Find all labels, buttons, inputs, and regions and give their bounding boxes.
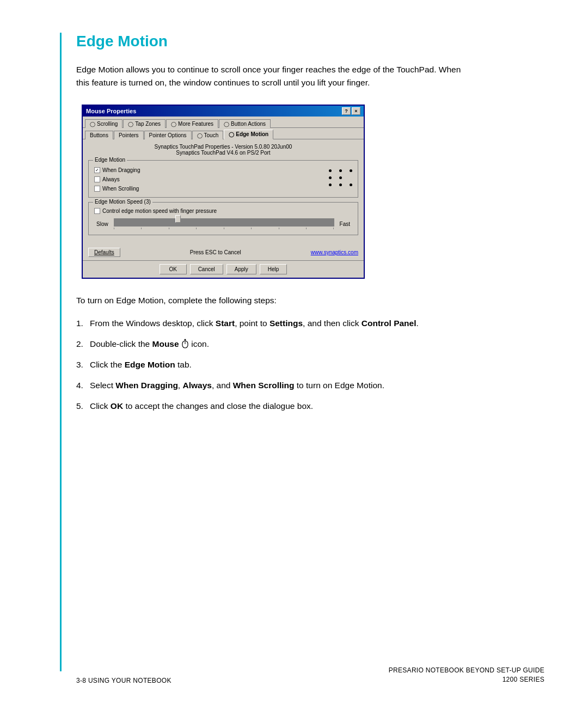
tab-touch[interactable]: ◯ Touch (192, 131, 224, 139)
step-3-num: 3. (76, 358, 83, 371)
slider-ticks (112, 228, 336, 229)
tap-zones-tab-icon: ◯ (128, 121, 133, 127)
dot-1-1 (329, 169, 332, 172)
tick-3 (169, 228, 169, 229)
tick-4 (196, 228, 197, 229)
footer-series: 1200 Series (389, 675, 544, 684)
help-title-button[interactable]: ? (342, 107, 351, 115)
close-title-button[interactable]: × (352, 107, 360, 115)
edge-motion-tab-icon: ◯ (229, 132, 234, 137)
scrolling-tab-icon: ◯ (90, 121, 95, 127)
apply-button[interactable]: Apply (226, 264, 256, 274)
dot-3-1 (329, 183, 332, 186)
step-5-text: Click OK to accept the changes and close… (90, 400, 313, 413)
tab-pointers[interactable]: Pointers (114, 131, 144, 139)
finger-pressure-checkbox[interactable] (94, 208, 100, 214)
more-features-tab-icon: ◯ (171, 121, 176, 127)
dot-3-2 (339, 183, 342, 186)
step-2-text: Double-click the Mouse icon. (90, 338, 209, 351)
dialog-action-bar: OK Cancel Apply Help (83, 260, 364, 278)
finger-pressure-label: Control edge motion speed with finger pr… (102, 208, 217, 214)
touch-tab-label: Touch (204, 132, 219, 138)
dialog-wrapper: Mouse Properties ? × ◯ Scrolling ◯ Tap Z… (82, 105, 544, 279)
synaptics-link[interactable]: www.synaptics.com (311, 249, 358, 255)
esc-text: Press ESC to Cancel (125, 249, 307, 255)
when-dragging-row: When Dragging (94, 167, 318, 173)
steps-intro: To turn on Edge Motion, complete the fol… (76, 294, 468, 307)
dot-1-3 (350, 169, 352, 172)
when-dragging-checkbox[interactable] (94, 167, 100, 173)
tick-7 (279, 228, 279, 229)
dot-row-1 (329, 169, 352, 172)
dialog-content: Synaptics TouchPad Properties - Version … (83, 139, 364, 244)
tab-pointer-options[interactable]: Pointer Options (144, 131, 192, 139)
dot-1-2 (339, 169, 342, 172)
button-actions-tab-label: Button Actions (231, 121, 266, 127)
when-dragging-label: When Dragging (102, 167, 140, 173)
step-4-num: 4. (76, 379, 83, 392)
speed-slider-track[interactable] (114, 218, 334, 226)
always-label: Always (102, 176, 120, 182)
tick-8 (306, 228, 307, 229)
footer-left: 3-8 Using Your Notebook (76, 677, 171, 684)
checkbox-options: When Dragging Always When Scrolling (94, 167, 318, 192)
ok-button[interactable]: OK (160, 264, 187, 274)
step-5: 5. Click OK to accept the changes and cl… (76, 400, 468, 413)
cancel-button[interactable]: Cancel (190, 264, 223, 274)
step-2: 2. Double-click the Mouse icon. (76, 338, 468, 351)
speed-group: Edge Motion Speed (3) Control edge motio… (88, 202, 358, 235)
dialog-tabs-row2: Buttons Pointers Pointer Options ◯ Touch… (83, 128, 364, 139)
footer-right: Presario Notebook Beyond Set-up Guide 12… (389, 666, 544, 684)
step-4: 4. Select When Dragging, Always, and Whe… (76, 379, 468, 392)
tab-tap-zones[interactable]: ◯ Tap Zones (123, 119, 166, 128)
mouse-icon (181, 339, 189, 348)
step-3: 3. Click the Edge Motion tab. (76, 358, 468, 371)
version-line1: Synaptics TouchPad Properties - Version … (88, 144, 358, 150)
step-1: 1. From the Windows desktop, click Start… (76, 317, 468, 330)
dot-grid (329, 167, 352, 192)
step-2-num: 2. (76, 338, 83, 351)
tab-scrolling[interactable]: ◯ Scrolling (85, 119, 122, 128)
tick-6 (251, 228, 252, 229)
edge-motion-tab-label: Edge Motion (236, 131, 268, 137)
tab-button-actions[interactable]: ◯ Button Actions (219, 119, 271, 128)
footer-page-ref: 3-8 Using Your Notebook (76, 677, 171, 684)
step-4-text: Select When Dragging, Always, and When S… (90, 379, 384, 392)
dialog-footer: Defaults Press ESC to Cancel www.synapti… (83, 244, 364, 260)
dialog-title: Mouse Properties (86, 108, 136, 114)
tick-1 (114, 228, 114, 229)
speed-checkbox-row: Control edge motion speed with finger pr… (94, 208, 352, 214)
when-scrolling-checkbox[interactable] (94, 186, 100, 192)
pointer-options-tab-label: Pointer Options (149, 132, 187, 138)
always-row: Always (94, 176, 318, 182)
tick-2 (141, 228, 142, 229)
step-1-text: From the Windows desktop, click Start, p… (90, 317, 419, 330)
dialog-title-buttons: ? × (342, 107, 360, 115)
defaults-button[interactable]: Defaults (88, 248, 120, 257)
slow-label: Slow (96, 221, 108, 227)
speed-slider-thumb[interactable] (175, 215, 181, 223)
intro-paragraph: Edge Motion allows you to continue to sc… (76, 63, 468, 89)
tab-buttons[interactable]: Buttons (85, 131, 113, 139)
speed-slider-row: Slow (94, 218, 352, 229)
tab-edge-motion[interactable]: ◯ Edge Motion (224, 130, 273, 139)
dot-2-1 (329, 176, 332, 179)
touch-tab-icon: ◯ (197, 133, 203, 138)
dialog-tabs-row1: ◯ Scrolling ◯ Tap Zones ◯ More Features … (83, 117, 364, 128)
step-1-num: 1. (76, 317, 83, 330)
buttons-tab-label: Buttons (90, 132, 108, 138)
button-actions-tab-icon: ◯ (224, 121, 229, 127)
more-features-tab-label: More Features (178, 121, 213, 127)
speed-group-label: Edge Motion Speed (3) (93, 199, 152, 205)
tab-more-features[interactable]: ◯ More Features (166, 119, 218, 128)
page-title: Edge Motion (76, 33, 544, 50)
step-5-num: 5. (76, 400, 83, 413)
tap-zones-tab-label: Tap Zones (135, 121, 161, 127)
help-button[interactable]: Help (260, 264, 287, 274)
fast-label: Fast (340, 221, 350, 227)
always-checkbox[interactable] (94, 176, 100, 182)
pointers-tab-label: Pointers (119, 132, 139, 138)
footer-guide-title: Presario Notebook Beyond Set-up Guide (389, 666, 544, 675)
when-scrolling-row: When Scrolling (94, 186, 318, 192)
version-line2: Synaptics TouchPad V4.6 on PS/2 Port (88, 150, 358, 156)
